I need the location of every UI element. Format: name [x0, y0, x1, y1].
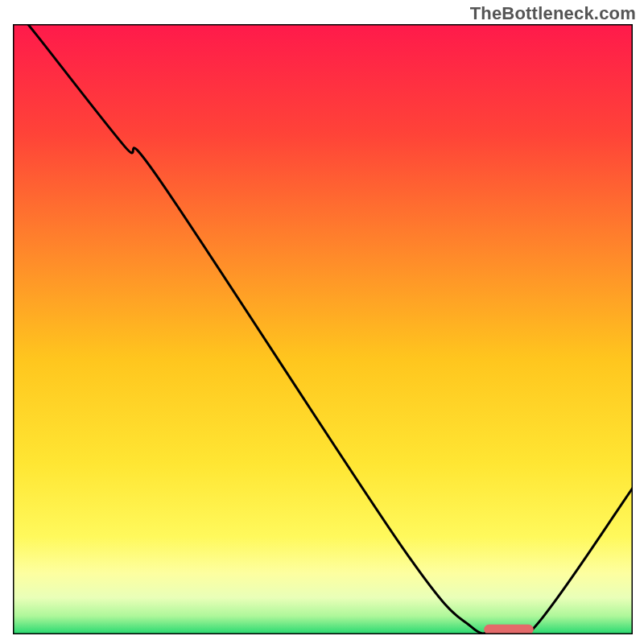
chart-container: TheBottleneck.com [0, 0, 644, 644]
watermark-text: TheBottleneck.com [470, 3, 636, 24]
gradient-background [13, 24, 633, 634]
chart-svg [13, 24, 633, 634]
chart-plot [13, 24, 633, 634]
optimal-range-marker [484, 625, 534, 634]
